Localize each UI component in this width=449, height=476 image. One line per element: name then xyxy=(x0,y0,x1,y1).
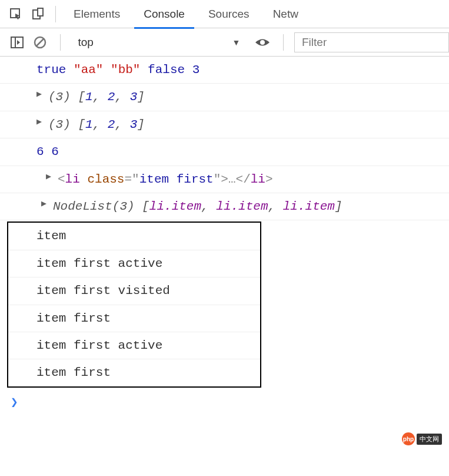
clear-console-button[interactable] xyxy=(31,33,49,52)
watermark-text: 中文网 xyxy=(417,434,442,445)
tab-label: Netw xyxy=(273,8,298,21)
console-log-row[interactable]: item first xyxy=(8,305,260,332)
divider xyxy=(60,34,61,51)
clear-icon xyxy=(34,36,46,49)
sidebar-icon xyxy=(11,37,24,48)
console-sidebar-toggle[interactable] xyxy=(8,33,26,52)
console-log-row[interactable]: ▶NodeList(3) [li.item, li.item, li.item] xyxy=(0,193,449,220)
console-log-row[interactable]: item first active xyxy=(8,332,260,359)
console-log-row[interactable]: 6 6 xyxy=(0,138,449,166)
console-prompt[interactable]: ❯ xyxy=(0,389,449,415)
svg-rect-2 xyxy=(38,8,43,16)
divider xyxy=(283,34,284,51)
console-log-row[interactable]: ▶(3) [1, 2, 3] xyxy=(0,84,449,111)
devtools-tab-bar: Elements Console Sources Netw xyxy=(0,0,449,28)
tab-label: Sources xyxy=(208,8,250,21)
live-expression-button[interactable] xyxy=(252,37,272,48)
svg-point-7 xyxy=(260,40,265,45)
expand-toggle-icon[interactable]: ▶ xyxy=(36,116,42,128)
highlighted-log-group: item item first active item first visite… xyxy=(7,222,261,387)
expand-toggle-icon[interactable]: ▶ xyxy=(41,198,46,210)
execution-context-select[interactable]: top ▼ xyxy=(71,32,247,52)
tab-console[interactable]: Console xyxy=(132,0,197,28)
prompt-icon: ❯ xyxy=(11,395,18,409)
tab-label: Elements xyxy=(74,8,120,21)
divider xyxy=(55,6,56,22)
console-log-row[interactable]: item first active xyxy=(8,250,260,277)
console-log-row[interactable]: item first visited xyxy=(8,277,260,305)
chevron-down-icon: ▼ xyxy=(232,38,241,47)
console-log-row[interactable]: true "aa" "bb" false 3 xyxy=(0,57,449,84)
eye-icon xyxy=(255,37,270,48)
tab-elements[interactable]: Elements xyxy=(62,0,132,28)
svg-line-6 xyxy=(36,39,44,46)
console-output: true "aa" "bb" false 3 ▶(3) [1, 2, 3] ▶(… xyxy=(0,57,449,415)
tab-network[interactable]: Netw xyxy=(261,0,310,28)
console-toolbar: top ▼ xyxy=(0,28,449,57)
watermark: php 中文网 xyxy=(402,432,442,445)
device-icon xyxy=(32,8,45,21)
tab-label: Console xyxy=(144,8,185,21)
inspect-icon xyxy=(9,8,22,21)
inspect-element-button[interactable] xyxy=(5,3,27,25)
console-log-row[interactable]: item first xyxy=(8,359,260,386)
console-log-row[interactable]: ▶<li class="item first">…</li> xyxy=(0,166,449,193)
filter-input[interactable] xyxy=(294,32,449,52)
expand-toggle-icon[interactable]: ▶ xyxy=(46,171,51,183)
tab-sources[interactable]: Sources xyxy=(197,0,261,28)
watermark-logo: php xyxy=(402,432,415,445)
expand-toggle-icon[interactable]: ▶ xyxy=(36,88,42,101)
console-log-row[interactable]: ▶(3) [1, 2, 3] xyxy=(0,111,449,138)
console-log-row[interactable]: item xyxy=(8,223,260,250)
device-toolbar-button[interactable] xyxy=(27,3,49,25)
context-label: top xyxy=(78,36,93,49)
